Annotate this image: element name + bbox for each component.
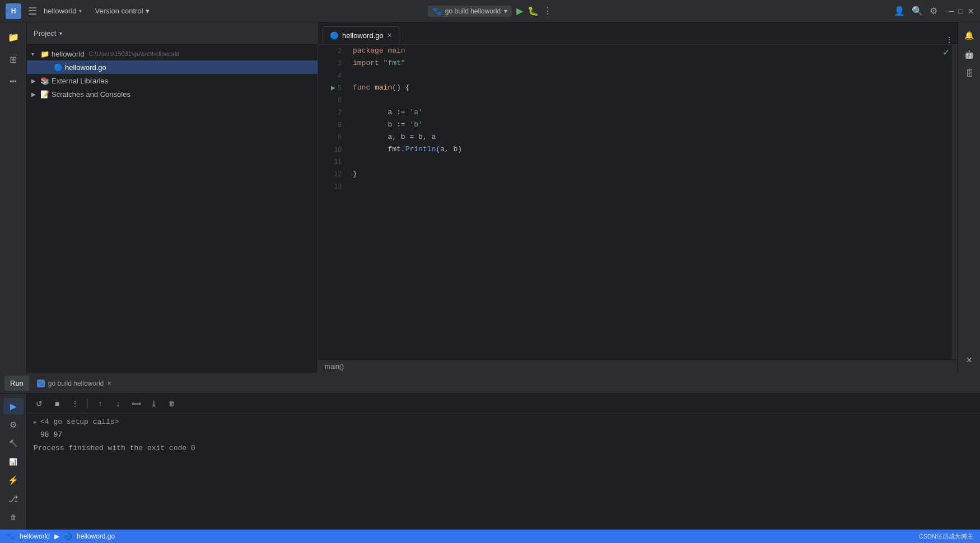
toolbar-divider (87, 398, 88, 409)
settings-run-icon[interactable]: ⚙ (3, 416, 24, 433)
tree-chevron-icon: ▶ (31, 78, 38, 84)
tab-run[interactable]: Run (4, 376, 29, 391)
run-dashboard-icon[interactable]: 📊 (3, 453, 24, 470)
tree-chevron-icon: ▾ (31, 51, 38, 57)
file-tree: ▾ 📁 helloworld C:\Users\15031\go\src\hel… (27, 45, 318, 373)
tree-item-name: helloworld (52, 50, 85, 58)
tab-go-build[interactable]: 🐾 go build helloworld ✕ (31, 376, 117, 391)
rerun-button[interactable]: ↺ (31, 396, 47, 411)
line-num-6: 6 (338, 94, 342, 106)
console-main: ↺ ■ ⋮ ↑ ↓ ⟺ ⤓ 🗑 <4 go setup calls> 98 97… (27, 394, 980, 530)
tree-item-name: helloword.go (65, 63, 106, 72)
scroll-up-button[interactable]: ↑ (92, 396, 108, 411)
project-panel: Project ▾ ▾ 📁 helloworld C:\Users\15031\… (27, 22, 318, 373)
tree-item-helloword-go[interactable]: 🔵 helloword.go (27, 60, 318, 74)
bottom-toolbar: ↺ ■ ⋮ ↑ ↓ ⟺ ⤓ 🗑 (27, 394, 980, 414)
tab-close-icon[interactable]: ✕ (387, 32, 392, 39)
debug-button[interactable]: 🐛 (528, 6, 539, 16)
window-controls: ─ □ ✕ (949, 7, 974, 16)
console-result-98-97: 98 97 (27, 429, 980, 441)
console-output[interactable]: <4 go setup calls> 98 97 Process finishe… (27, 414, 980, 530)
console-exit-line: Process finished with the exit code 0 (27, 442, 980, 455)
bottom-panel: Run 🐾 go build helloworld ✕ ▶ ⚙ 🔨 📊 ⚡ ⎇ … (0, 373, 980, 530)
app-logo: H (6, 3, 21, 19)
run-active-icon[interactable]: ▶ (3, 398, 24, 414)
search-icon[interactable]: 🔍 (912, 6, 923, 16)
code-content[interactable]: package main import "fmt" func main() { … (346, 45, 952, 359)
code-line-11 (346, 156, 952, 168)
go-build-close-icon[interactable]: ✕ (107, 380, 111, 386)
sidebar-item-more[interactable]: ••• (3, 72, 24, 92)
title-bar: H ☰ helloworld ▾ Version control ▾ 🐾 go … (0, 0, 980, 22)
status-file-name: helloword.go (77, 532, 115, 540)
tabs-more-icon[interactable]: ⋮ (945, 35, 953, 44)
status-project: 🐾 (7, 532, 15, 540)
code-line-7: a := 'a' (346, 106, 952, 119)
settings-icon[interactable]: ⚙ (930, 6, 937, 16)
run-arrow-icon: ▶ (331, 82, 335, 94)
notification-icon[interactable]: 🔔 (961, 27, 978, 44)
console-setup-calls[interactable]: <4 go setup calls> (27, 416, 980, 429)
run-button[interactable]: ▶ (516, 6, 523, 16)
tree-chevron-icon: ▶ (31, 91, 38, 97)
profiler-icon[interactable]: ⚡ (3, 472, 24, 488)
code-line-2: package main (346, 45, 952, 57)
editor-scrollbar[interactable] (952, 45, 958, 359)
tree-item-external-libs[interactable]: ▶ 📚 External Libraries (27, 74, 318, 87)
git-icon[interactable]: ⎇ (3, 490, 24, 507)
left-sidebar: 📁 ⊞ ••• (0, 22, 27, 373)
tab-name: helloword.go (342, 31, 384, 40)
project-chevron-icon: ▾ (79, 8, 82, 14)
line-num-10: 10 (334, 143, 342, 156)
minimize-button[interactable]: ─ (949, 7, 954, 16)
vc-chevron-icon: ▾ (146, 7, 150, 15)
more-options-button[interactable]: ⋮ (543, 6, 552, 16)
bottom-content: ▶ ⚙ 🔨 📊 ⚡ ⎇ 🗑 ↺ ■ ⋮ ↑ ↓ ⟺ ⤓ 🗑 <4 go setu… (0, 394, 980, 530)
scroll-down-button[interactable]: ↓ (110, 396, 126, 411)
project-title: Project (34, 29, 56, 38)
line-num-4: 4 (338, 69, 342, 82)
go-file-icon: 🔵 (54, 63, 63, 72)
toolbar-more-button[interactable]: ⋮ (67, 396, 83, 411)
library-icon: 📚 (40, 77, 49, 85)
line-numbers: 2 3 4 ▶ 5 6 7 8 9 10 11 12 13 (318, 45, 346, 359)
editor-area: 🔵 helloword.go ✕ ⋮ 2 3 4 ▶ 5 6 7 8 9 (318, 22, 958, 373)
clear-button[interactable]: 🗑 (164, 396, 180, 411)
run-configuration[interactable]: 🐾 go build helloworld ▾ (428, 6, 512, 17)
title-bar-right: 👤 🔍 ⚙ ─ □ ✕ (651, 6, 974, 16)
status-project-name: helloworld (20, 532, 50, 540)
scratches-icon: 📝 (40, 90, 49, 99)
project-panel-chevron-icon: ▾ (59, 30, 62, 36)
status-file-icon: 🔵 (64, 532, 72, 540)
code-status-text: main() (325, 363, 344, 371)
status-bar: 🐾 helloworld ▶ 🔵 helloword.go CSDN注册成为博主 (0, 530, 980, 543)
user-icon[interactable]: 👤 (894, 6, 905, 16)
build-icon[interactable]: 🔨 (3, 435, 24, 451)
code-status-bar: main() (318, 359, 958, 373)
delete-icon[interactable]: 🗑 (3, 509, 24, 525)
editor-tabs: 🔵 helloword.go ✕ ⋮ (318, 22, 958, 45)
stop-button[interactable]: ■ (49, 396, 65, 411)
database-icon[interactable]: 🗄 (961, 65, 978, 82)
code-line-5: func main() { (346, 82, 952, 94)
soft-wrap-button[interactable]: ⟺ (128, 396, 144, 411)
scroll-end-button[interactable]: ⤓ (146, 396, 162, 411)
close-side-icon[interactable]: ✕ (961, 352, 978, 368)
code-editor[interactable]: 2 3 4 ▶ 5 6 7 8 9 10 11 12 13 package ma… (318, 45, 958, 359)
maximize-button[interactable]: □ (959, 7, 963, 16)
line-num-12: 12 (334, 168, 342, 180)
run-config-chevron-icon: ▾ (504, 7, 507, 15)
tree-item-scratches[interactable]: ▶ 📝 Scratches and Consoles (27, 87, 318, 101)
sidebar-item-project[interactable]: 📁 (3, 27, 24, 47)
editor-tab-helloword[interactable]: 🔵 helloword.go ✕ (323, 26, 399, 44)
code-line-6 (346, 94, 952, 106)
code-line-12: } (346, 168, 952, 180)
hamburger-menu[interactable]: ☰ (26, 3, 39, 20)
version-control[interactable]: Version control ▾ (95, 7, 150, 15)
project-name[interactable]: helloworld ▾ (44, 7, 82, 15)
tree-item-helloworld[interactable]: ▾ 📁 helloworld C:\Users\15031\go\src\hel… (27, 47, 318, 60)
sidebar-item-structure[interactable]: ⊞ (3, 49, 24, 69)
run-config-icon: 🐾 (432, 7, 442, 16)
close-button[interactable]: ✕ (968, 7, 974, 16)
ai-icon[interactable]: 🤖 (961, 46, 978, 63)
